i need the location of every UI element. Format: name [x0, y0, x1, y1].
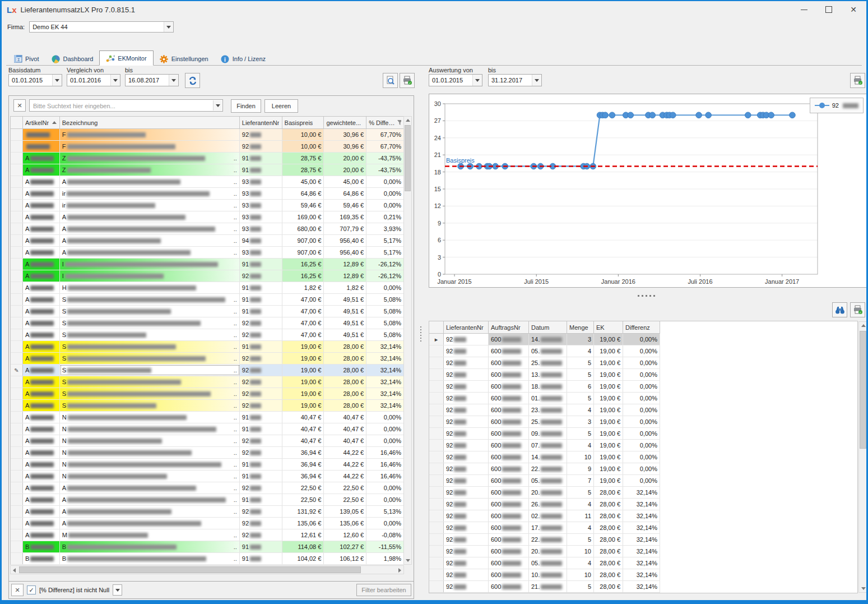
panel-grip[interactable]: [420, 326, 421, 342]
chevron-down-icon[interactable]: [52, 75, 62, 86]
table-row[interactable]: AS..9119,00 €28,00 €32,14%: [11, 341, 403, 353]
table-row[interactable]: BB..91114,08 €102,27 €-11,55%: [11, 541, 403, 553]
detail-table-row[interactable]: 9260002.1128,00 €32,14%: [429, 510, 660, 522]
basisdatum-field[interactable]: 01.01.2015: [8, 74, 62, 86]
auswertung-von-field[interactable]: 01.01.2015: [429, 74, 482, 86]
detail-table-row[interactable]: ▸9260014.319,00 €0,00%: [429, 334, 660, 345]
detail-table-row[interactable]: 9260005.719,00 €0,00%: [429, 475, 660, 487]
chevron-down-icon[interactable]: [532, 75, 541, 86]
auswertung-bis-field[interactable]: 31.12.2017: [488, 74, 542, 86]
table-row[interactable]: AS..9247,00 €49,51 €5,08%: [11, 317, 403, 329]
detail-table-row[interactable]: 9260005.428,00 €32,14%: [429, 557, 660, 569]
refresh-button[interactable]: [185, 73, 200, 88]
minimize-button[interactable]: [796, 3, 813, 16]
table-row[interactable]: ✎AS..9219,00 €28,00 €32,14%: [11, 365, 403, 376]
maximize-button[interactable]: [820, 3, 837, 16]
column-header[interactable]: LieferantenNr: [240, 117, 282, 128]
table-row[interactable]: AA92135,06 €135,06 €0,00%: [11, 518, 403, 529]
column-header[interactable]: Bezeichnung: [60, 117, 240, 128]
table-row[interactable]: AA..94907,00 €956,40 €5,17%: [11, 235, 403, 247]
table-row[interactable]: AS..9219,00 €28,00 €32,14%: [11, 400, 403, 412]
finden-button[interactable]: Finden: [231, 99, 261, 113]
horizontal-scrollbar[interactable]: [10, 565, 404, 574]
chevron-down-icon[interactable]: [472, 75, 482, 86]
detail-table-row[interactable]: 9260018.619,00 €0,00%: [429, 381, 660, 393]
detail-table-row[interactable]: 9260010.1028,00 €32,14%: [429, 569, 660, 581]
table-row[interactable]: AA..93680,00 €707,79 €3,93%: [11, 223, 403, 235]
table-row[interactable]: AH911,82 €1,82 €0,00%: [11, 282, 403, 294]
close-button[interactable]: ✕: [845, 3, 862, 16]
title-bar[interactable]: Lx LieferantenumsatzLX Pro 7.0.815.1 ✕: [2, 1, 866, 18]
table-row[interactable]: AN..9140,47 €40,47 €0,00%: [11, 423, 403, 435]
tab-dashboard[interactable]: Dashboard: [45, 52, 99, 66]
column-header[interactable]: ArtikelNr: [23, 117, 60, 128]
detail-table-row[interactable]: 9260021.528,00 €32,14%: [429, 581, 660, 593]
table-row[interactable]: AA..93169,00 €169,35 €0,21%: [11, 211, 403, 223]
clear-search-button[interactable]: ✕: [13, 99, 26, 112]
column-header[interactable]: AuftragsNr: [489, 321, 529, 333]
detail-table-row[interactable]: 9260022.528,00 €32,14%: [429, 534, 660, 546]
column-header[interactable]: Menge: [567, 321, 594, 333]
table-row[interactable]: AA..9122,50 €22,50 €0,00%: [11, 494, 403, 506]
table-row[interactable]: F9210,00 €30,96 €67,70%: [11, 141, 403, 153]
table-row[interactable]: AA..93907,00 €956,40 €5,17%: [11, 247, 403, 259]
detail-table-row[interactable]: 9260020.1028,00 €32,14%: [429, 546, 660, 557]
detail-print-button[interactable]: ✓: [850, 302, 865, 317]
table-row[interactable]: Air..9359,46 €59,46 €0,00%: [11, 200, 403, 211]
table-row[interactable]: AS..9219,00 €28,00 €32,14%: [11, 388, 403, 400]
detail-vertical-scrollbar[interactable]: [858, 321, 867, 593]
detail-table-row[interactable]: 9260009.519,00 €0,00%: [429, 428, 660, 440]
detail-table-row[interactable]: 9260007.419,00 €0,00%: [429, 440, 660, 451]
print-settings-button[interactable]: ✓: [400, 73, 415, 88]
table-row[interactable]: AS..9219,00 €28,00 €32,14%: [11, 353, 403, 365]
bis-field[interactable]: 16.08.2017: [125, 74, 179, 86]
chevron-down-icon[interactable]: [213, 100, 222, 110]
table-row[interactable]: AA..9345,00 €45,00 €0,00%: [11, 176, 403, 188]
table-row[interactable]: AA..92131,92 €139,05 €5,13%: [11, 506, 403, 518]
column-header[interactable]: Datum: [529, 321, 567, 333]
detail-table-row[interactable]: 9260020.528,00 €32,14%: [429, 487, 660, 499]
splitter-handle[interactable]: [425, 292, 868, 299]
table-row[interactable]: AN..9240,47 €40,47 €0,00%: [11, 435, 403, 447]
tab-einstellungen[interactable]: Einstellungen: [154, 52, 215, 66]
detail-table-row[interactable]: 9260014.1019,00 €0,00%: [429, 451, 660, 463]
tab-ekmonitor[interactable]: EKMonitor: [99, 50, 153, 66]
detail-table-row[interactable]: 9260005.419,00 €0,00%: [429, 345, 660, 357]
filter-enabled-checkbox[interactable]: ✓: [27, 585, 36, 594]
table-row[interactable]: AS..9147,00 €49,51 €5,08%: [11, 306, 403, 317]
detail-table-row[interactable]: 9260025.519,00 €0,00%: [429, 357, 660, 369]
table-row[interactable]: F9210,00 €30,96 €67,70%: [11, 129, 403, 141]
table-row[interactable]: AN..9236,94 €44,22 €16,46%: [11, 447, 403, 459]
detail-table-row[interactable]: 9260022.919,00 €0,00%: [429, 463, 660, 475]
firma-select[interactable]: Demo EK 44: [29, 21, 174, 33]
print-preview-button[interactable]: [383, 73, 398, 88]
find-button[interactable]: [832, 302, 847, 317]
leeren-button[interactable]: Leeren: [264, 99, 298, 113]
column-header[interactable]: Differenz: [623, 321, 660, 333]
detail-table-row[interactable]: 9260023.419,00 €0,00%: [429, 404, 660, 416]
detail-table-row[interactable]: 9260026.428,00 €32,14%: [429, 499, 660, 510]
table-row[interactable]: AS..9219,00 €28,00 €32,14%: [11, 376, 403, 388]
table-row[interactable]: AN..9140,47 €40,47 €0,00%: [11, 412, 403, 423]
search-input[interactable]: [32, 100, 212, 112]
column-header[interactable]: EK: [594, 321, 623, 333]
table-row[interactable]: AS..9147,00 €49,51 €5,08%: [11, 294, 403, 306]
remove-filter-button[interactable]: ✕: [11, 584, 24, 596]
chevron-down-icon[interactable]: [164, 22, 173, 32]
column-header[interactable]: LieferantenNr: [444, 321, 489, 333]
search-combo[interactable]: [29, 99, 223, 112]
table-row[interactable]: BB..91104,02 €106,12 €1,98%: [11, 553, 403, 565]
column-header[interactable]: Basispreis: [282, 117, 324, 128]
detail-table-row[interactable]: 9260001.519,00 €0,00%: [429, 393, 660, 404]
tab-pivot[interactable]: Σ Pivot: [7, 52, 45, 66]
chevron-down-icon[interactable]: [110, 75, 120, 86]
table-row[interactable]: AZ..9128,75 €20,00 €-43,75%: [11, 153, 403, 164]
detail-table-row[interactable]: 9260017.428,00 €32,14%: [429, 522, 660, 534]
column-header[interactable]: % Differenz: [366, 117, 403, 128]
detail-table-row[interactable]: 9260013.519,00 €0,00%: [429, 369, 660, 381]
table-row[interactable]: Air..9364,86 €64,86 €0,00%: [11, 188, 403, 200]
table-row[interactable]: AI9216,25 €12,89 €-26,12%: [11, 270, 403, 282]
table-row[interactable]: AM..9212,61 €12,60 €-0,08%: [11, 529, 403, 541]
table-row[interactable]: AN..9136,94 €44,22 €16,46%: [11, 459, 403, 471]
filter-bearbeiten-button[interactable]: Filter bearbeiten: [356, 584, 411, 596]
